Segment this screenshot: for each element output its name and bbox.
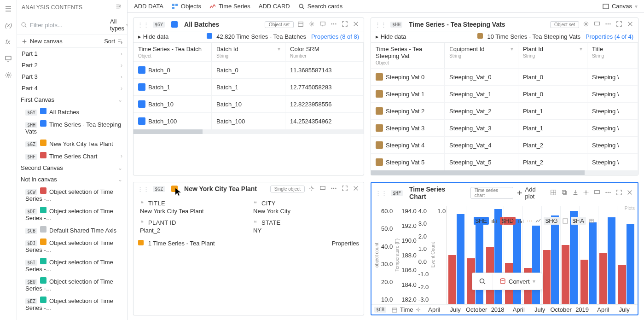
objects-button[interactable]: Objects: [172, 3, 201, 10]
present-icon[interactable]: [319, 21, 327, 28]
tree-part[interactable]: Part 1›: [17, 48, 127, 59]
calendar-icon[interactable]: [297, 21, 305, 28]
col-header[interactable]: TitleString: [587, 43, 638, 68]
search-cards-button[interactable]: Search cards: [298, 3, 343, 10]
col-header[interactable]: Time Series - Tea Steeping VatObject: [371, 43, 445, 68]
svg-point-19: [608, 23, 609, 24]
table-row[interactable]: Steeping Vat 3Steeping_Vat_3Plant_1Steep…: [371, 119, 638, 136]
drag-handle-icon[interactable]: ⋮⋮: [137, 21, 149, 28]
tree-item[interactable]: $HHTime Series - Tea Steeping Vats: [17, 118, 127, 137]
table-row[interactable]: Batch_1Batch_112.7745058283: [133, 78, 364, 95]
tree-first-canvas[interactable]: First Canvas⌄: [17, 94, 127, 105]
convert-button[interactable]: Convert▾: [493, 273, 542, 290]
h-scrollbar[interactable]: [371, 170, 638, 175]
svg-point-4: [22, 23, 25, 26]
add-plot-button[interactable]: Add plot: [517, 186, 547, 200]
expand-icon[interactable]: [342, 21, 349, 28]
properties-link[interactable]: Properties: [332, 240, 359, 247]
tree-part[interactable]: Part 4›: [17, 82, 127, 94]
series-badge[interactable]: $HD: [500, 217, 516, 225]
col-header[interactable]: Batch IdString▾: [212, 43, 285, 61]
tree-part[interactable]: Part 2›: [17, 59, 127, 71]
tree-item[interactable]: $CWObject selection of Time Series -…: [17, 185, 127, 204]
close-icon[interactable]: [627, 21, 634, 28]
svg-rect-5: [172, 4, 174, 6]
download-icon[interactable]: [572, 189, 580, 197]
h-scrollbar[interactable]: [133, 129, 364, 134]
sort-button[interactable]: Sort: [104, 38, 122, 45]
table-row[interactable]: Batch_10Batch_1012.8223958556: [133, 95, 364, 112]
drag-handle-icon[interactable]: ⋮⋮: [137, 186, 149, 192]
main: ADD DATA Objects Time Series ADD CARD Se…: [128, 0, 644, 320]
properties-link[interactable]: Properties (8 of 8): [311, 33, 359, 40]
canvas-dropdown[interactable]: Canvas▾: [603, 3, 638, 10]
drag-handle-icon[interactable]: ⋮⋮: [375, 190, 387, 197]
objectset-icon: [207, 33, 212, 39]
drag-handle-icon[interactable]: ⋮⋮: [375, 21, 387, 28]
chevron-down-icon: ▾: [278, 46, 280, 58]
properties-link[interactable]: Properties (4 of 4): [586, 33, 633, 40]
table-row[interactable]: Batch_0Batch_011.3685587143: [133, 61, 364, 78]
function-icon[interactable]: fx: [4, 38, 12, 46]
hide-data-toggle[interactable]: ▸ Hide data: [138, 33, 168, 40]
expand-icon[interactable]: [342, 185, 349, 192]
col-header[interactable]: Color SRMNumber: [285, 43, 364, 61]
tree-item[interactable]: $CBDefault Shared Time Axis: [17, 224, 127, 236]
types-dropdown[interactable]: All types▾: [110, 18, 129, 32]
collapse-icon[interactable]: [115, 4, 122, 11]
tree-part[interactable]: Part 3›: [17, 71, 127, 82]
close-icon[interactable]: [627, 189, 634, 197]
tree-item[interactable]: $GZNew York City Tea Plant: [17, 137, 127, 150]
tree-item[interactable]: $EZObject selection of Time Series -…: [17, 294, 127, 314]
present-icon[interactable]: [319, 185, 327, 192]
close-icon[interactable]: [353, 185, 360, 192]
hide-data-toggle[interactable]: ▸ Hide data: [376, 33, 406, 40]
menu-icon[interactable]: [4, 5, 12, 13]
series-badge[interactable]: $HA: [571, 217, 586, 225]
series-badge[interactable]: $HE: [474, 217, 489, 225]
more-icon[interactable]: [331, 185, 338, 192]
tree-item[interactable]: $HFTime Series Chart›: [17, 150, 127, 162]
col-header[interactable]: Plant IdString▾: [518, 43, 587, 68]
table-row[interactable]: Steeping Vat 1Steeping_Vat_1Plant_0Steep…: [371, 85, 638, 102]
new-canvas-button[interactable]: New canvas: [22, 38, 63, 45]
expand-icon[interactable]: [616, 189, 623, 197]
tree-second-canvas[interactable]: Second Canvas⌄: [17, 162, 127, 174]
table-row[interactable]: Steeping Vat 5Steeping_Vat_5Plant_2Steep…: [371, 153, 638, 170]
grid-icon[interactable]: [550, 189, 557, 197]
variable-icon[interactable]: (x): [4, 21, 12, 29]
more-icon[interactable]: [605, 189, 612, 197]
settings-icon[interactable]: [4, 71, 12, 79]
expand-icon[interactable]: [616, 21, 623, 28]
table-row[interactable]: Steeping Vat 4Steeping_Vat_4Plant_2Steep…: [371, 136, 638, 153]
present-icon[interactable]: [594, 21, 601, 28]
copy-icon[interactable]: [561, 189, 569, 197]
gear-icon[interactable]: [308, 185, 316, 192]
tree-item[interactable]: $DFObject selection of Time Series -…: [17, 204, 127, 224]
gear-icon[interactable]: [416, 307, 421, 312]
col-header[interactable]: Equipment IdString▾: [445, 43, 518, 68]
float-search-button[interactable]: [472, 273, 493, 290]
gear-icon[interactable]: [583, 21, 590, 28]
table-row[interactable]: Batch_100Batch_10014.2524354962: [133, 112, 364, 129]
table-row[interactable]: Steeping Vat 0Steeping_Vat_0Plant_0Steep…: [371, 68, 638, 85]
more-icon[interactable]: [605, 21, 612, 28]
monitor-icon[interactable]: [4, 54, 12, 63]
close-icon[interactable]: [353, 21, 360, 28]
tree-item[interactable]: $GYAll Batches: [17, 105, 127, 118]
card-all-batches: ⋮⋮ $GY All Batches Object set ▸ Hide dat…: [133, 17, 364, 175]
more-icon[interactable]: [331, 21, 338, 28]
tree-item[interactable]: $GIObject selection of Time Series -…: [17, 256, 127, 275]
gear-icon[interactable]: [583, 189, 590, 197]
col-header[interactable]: Time Series - Tea BatchObject: [133, 43, 212, 61]
tree-item[interactable]: $DJObject selection of Time Series -…: [17, 236, 127, 256]
filter-input[interactable]: [30, 22, 107, 29]
series-badge[interactable]: $HG: [544, 217, 560, 225]
timeseries-button[interactable]: Time Series: [209, 3, 250, 10]
tree-item[interactable]: $EUObject selection of Time Series -…: [17, 275, 127, 294]
gear-icon[interactable]: [308, 21, 316, 28]
present-icon[interactable]: [594, 189, 601, 197]
table-row[interactable]: Steeping Vat 2Steeping_Vat_2Plant_1Steep…: [371, 102, 638, 119]
chevron-right-icon: ›: [121, 74, 122, 80]
tree-not-in-canvas[interactable]: Not in canvas⌄: [17, 174, 127, 185]
